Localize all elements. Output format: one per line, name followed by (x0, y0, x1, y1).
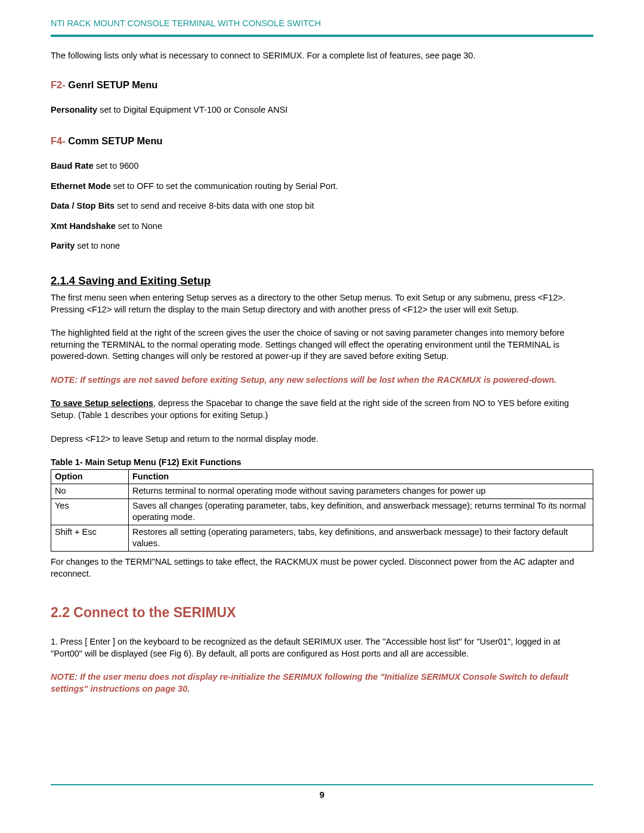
xmt-text: set to None (116, 221, 162, 231)
f4-prefix: F4- (51, 135, 66, 146)
saving-p2: The highlighted field at the right of th… (51, 327, 593, 363)
header-divider (51, 35, 593, 37)
saving-p3: Depress <F12> to leave Setup and return … (51, 433, 593, 445)
table-row: Shift + Esc Restores all setting (operat… (51, 525, 593, 551)
table-header-row: Option Function (51, 469, 593, 484)
parity-label: Parity (51, 241, 75, 250)
saving-note: NOTE: If settings are not saved before e… (51, 374, 593, 386)
baud-text: set to 9600 (94, 161, 139, 171)
table-row: Yes Saves all changes (operating paramet… (51, 498, 593, 525)
saving-heading: 2.1.4 Saving and Exiting Setup (51, 274, 593, 289)
cell-function: Saves all changes (operating parameter, … (129, 498, 593, 525)
f2-heading: F2- Genrl SETUP Menu (51, 78, 593, 91)
ethernet-label: Ethernet Mode (51, 181, 111, 191)
connect-heading: 2.2 Connect to the SERIMUX (51, 603, 593, 622)
cell-function: Restores all setting (operating paramete… (129, 525, 593, 551)
data-stop-label: Data / Stop Bits (51, 201, 114, 210)
f2-prefix: F2- (51, 79, 66, 90)
cell-option: No (51, 484, 129, 499)
f2-personality-line: Personality set to Digital Equipment VT-… (51, 104, 593, 116)
connect-p1: 1. Press [ Enter ] on the keyboard to be… (51, 636, 593, 659)
after-table-text: For changes to the TERMI"NAL settings to… (51, 556, 593, 580)
footer-divider (51, 784, 593, 785)
th-option: Option (51, 469, 129, 484)
exit-functions-table: Option Function No Returns terminal to n… (51, 469, 593, 552)
ethernet-line: Ethernet Mode set to OFF to set the comm… (51, 181, 593, 193)
personality-label: Personality (51, 105, 97, 114)
save-selections-label: To save Setup selections (51, 398, 153, 408)
save-selections-line: To save Setup selections, depress the Sp… (51, 398, 593, 421)
cell-option: Yes (51, 498, 129, 525)
saving-p1: The first menu seen when entering Setup … (51, 292, 593, 315)
data-stop-line: Data / Stop Bits set to send and receive… (51, 200, 593, 212)
parity-text: set to none (75, 241, 120, 250)
cell-function: Returns terminal to normal operating mod… (129, 484, 593, 499)
baud-label: Baud Rate (51, 161, 94, 171)
page-header-title: NTI RACK MOUNT CONSOLE TERMINAL WITH CON… (51, 18, 593, 30)
personality-text: set to Digital Equipment VT-100 or Conso… (97, 105, 287, 114)
page-number: 9 (51, 789, 593, 813)
cell-option: Shift + Esc (51, 525, 129, 551)
th-function: Function (129, 469, 593, 484)
ethernet-text: set to OFF to set the communication rout… (111, 181, 338, 191)
xmt-label: Xmt Handshake (51, 221, 116, 231)
baud-line: Baud Rate set to 9600 (51, 160, 593, 172)
table-row: No Returns terminal to normal operating … (51, 484, 593, 499)
data-stop-text: set to send and receive 8-bits data with… (114, 201, 314, 210)
intro-paragraph: The following lists only what is necessa… (51, 50, 593, 62)
table-caption: Table 1- Main Setup Menu (F12) Exit Func… (51, 457, 593, 469)
f4-heading: F4- Comm SETUP Menu (51, 134, 593, 147)
f4-title: Comm SETUP Menu (66, 135, 163, 146)
xmt-line: Xmt Handshake set to None (51, 221, 593, 233)
parity-line: Parity set to none (51, 240, 593, 252)
f2-title: Genrl SETUP Menu (66, 79, 158, 90)
connect-note: NOTE: If the user menu does not display … (51, 671, 593, 695)
